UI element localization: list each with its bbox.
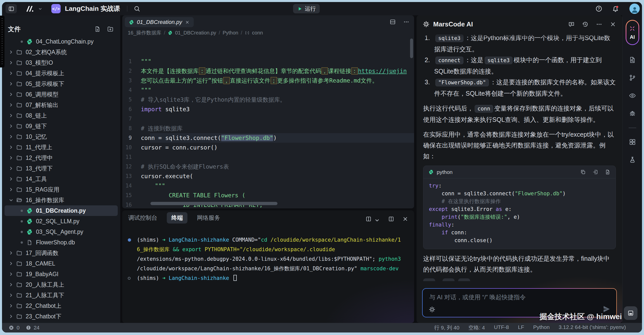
close-panel-icon[interactable] (402, 216, 409, 222)
code-line: 9conn = sqlite3.connect("FlowerShop.db") (122, 133, 414, 143)
terminal-tab[interactable]: 网络服务 (197, 214, 220, 222)
new-folder-icon[interactable] (107, 26, 114, 32)
tree-item[interactable]: 09_链下 (2, 121, 120, 131)
tree-item[interactable]: 12_代理中 (2, 153, 120, 163)
thumbs-up-button[interactable] (442, 278, 455, 281)
status-item[interactable]: 空格: 4 (468, 324, 485, 331)
project-title[interactable]: LangChain 实战课 (65, 2, 120, 15)
toggle-panel-button[interactable] (624, 306, 637, 320)
close-panel-icon[interactable] (610, 21, 616, 28)
regenerate-button[interactable] (423, 278, 435, 281)
maximize-panel-icon[interactable] (388, 216, 394, 222)
chevron-right-icon (8, 102, 14, 108)
tree-item[interactable]: 16_操作数据库 (2, 195, 120, 205)
tree-item[interactable]: 14_工具 (2, 174, 120, 184)
split-terminal-icon[interactable] (365, 216, 372, 222)
copy-code-icon[interactable] (580, 169, 586, 175)
tests-icon[interactable] (629, 156, 636, 164)
editor-tab[interactable]: 01_DBCreation.py (125, 17, 194, 27)
close-tab-icon[interactable] (185, 20, 190, 25)
tree-item[interactable]: 06_调用模型 (2, 89, 120, 100)
more-actions-icon[interactable] (403, 19, 410, 25)
chevron-right-icon (8, 292, 14, 298)
code-editor[interactable]: 1"""2本文件是【连接数据库：通过链和代理查询鲜花信息】章节的配套代码，课程链… (122, 37, 414, 208)
extensions-icon[interactable] (629, 138, 636, 146)
tree-item[interactable]: 18_CAMEL (2, 258, 120, 269)
tree-item[interactable]: 19_BabyAGI (2, 269, 120, 279)
tree-item[interactable]: 15_RAG应用 (2, 184, 120, 195)
tree-item[interactable]: 05_提示模板下 (2, 79, 120, 89)
inline-code: sqlite3 (485, 57, 513, 64)
status-item[interactable]: LF (518, 324, 524, 331)
new-file-icon[interactable] (605, 169, 611, 175)
marscode-logo-icon[interactable] (25, 4, 35, 13)
tree-item[interactable]: 03_SQL_Agent.py (2, 227, 120, 237)
search-icon[interactable] (133, 5, 141, 12)
tree-item[interactable]: 04_ChatLongChain.py (2, 36, 120, 47)
editor-vertical-scrollbar[interactable] (410, 39, 413, 58)
avatar[interactable] (629, 4, 640, 14)
new-file-icon[interactable] (94, 26, 101, 32)
tree-item[interactable]: 02_SQL_LLM.py (2, 216, 120, 227)
breadcrumb-item[interactable]: 16_操作数据库 (128, 29, 161, 36)
ai-assistant-badge[interactable]: AI (626, 20, 639, 45)
tree-item[interactable]: 21_人脉工具下 (2, 290, 120, 301)
insert-code-icon[interactable] (592, 169, 598, 175)
chevron-right-icon (8, 49, 14, 55)
breadcrumb[interactable]: 16_操作数据库/01_DBCreation.py/Python/conn (122, 28, 414, 37)
tree-item[interactable]: 08_链上 (2, 110, 120, 121)
chevron-down-icon[interactable] (116, 6, 121, 11)
breadcrumb-item[interactable]: Python (223, 30, 238, 36)
terminal-output[interactable]: (shims) ➜ LangChain-shizhanke COMMAND="c… (122, 225, 414, 283)
tree-item[interactable]: 22_Chatbot上 (2, 301, 120, 311)
line-number: 11 (122, 152, 141, 162)
error-count[interactable]: 0 (17, 325, 20, 331)
code-line: 8# 连接到数据库 (122, 124, 414, 133)
warnings-icon[interactable] (26, 325, 31, 330)
breadcrumb-item[interactable]: 01_DBCreation.py (175, 30, 216, 36)
debug-icon[interactable] (629, 110, 636, 117)
folder-icon (16, 91, 22, 98)
thumbs-down-button[interactable] (458, 278, 470, 281)
status-item[interactable]: 行 9, 列 40 (434, 324, 459, 331)
tree-item[interactable]: 03_模型IO (2, 57, 120, 68)
notifications-icon[interactable] (612, 5, 619, 13)
split-editor-icon[interactable] (389, 19, 396, 25)
tree-item[interactable]: 10_记忆 (2, 131, 120, 142)
tree-item[interactable]: 11_代理上 (2, 142, 120, 153)
source-control-icon[interactable] (629, 74, 636, 82)
tree-item-label: 15_RAG应用 (26, 186, 59, 194)
tree-item[interactable]: 20_人脉工具上 (2, 279, 120, 290)
status-item[interactable]: UTF-8 (494, 324, 509, 331)
prompt-sparkle-icon[interactable] (429, 306, 435, 313)
play-icon (297, 6, 303, 12)
help-icon[interactable]: ? (595, 5, 602, 12)
editor-horizontal-scrollbar[interactable] (150, 202, 277, 205)
tree-item[interactable]: 02_文档QA系统 (2, 47, 120, 57)
modified-dot-icon (21, 241, 23, 244)
explorer-title: 文件 (8, 25, 21, 33)
more-actions-icon[interactable] (596, 21, 602, 28)
tree-item[interactable]: 01_DBCreation.py (5, 205, 118, 216)
run-button[interactable]: 运行 (293, 4, 320, 13)
file-search-icon[interactable] (629, 56, 636, 64)
chevron-down-icon[interactable] (38, 6, 43, 11)
errors-icon[interactable] (9, 325, 14, 330)
terminal-tab[interactable]: 终端 (167, 212, 187, 224)
terminal-tab[interactable]: 调试控制台 (128, 214, 157, 222)
toggle-sidebar-button[interactable] (6, 4, 17, 13)
history-icon[interactable] (582, 21, 589, 28)
tree-item[interactable]: FlowerShop.db (2, 237, 120, 248)
warning-count[interactable]: 24 (34, 325, 39, 331)
status-item[interactable]: 3.12.2 64-bit ('shims': pyenv) (559, 324, 626, 331)
breadcrumb-item[interactable]: conn (252, 30, 263, 36)
code-review-icon[interactable] (629, 92, 636, 99)
tree-item[interactable]: 17_回调函数 (2, 248, 120, 258)
tree-item[interactable]: 13_代理下 (2, 163, 120, 174)
tree-item[interactable]: 23_Chatbot下 (2, 311, 120, 322)
chevron-down-icon[interactable] (374, 217, 380, 224)
status-item[interactable]: Python (533, 324, 549, 331)
tree-item[interactable]: 07_解析输出 (2, 100, 120, 110)
new-chat-icon[interactable] (568, 21, 575, 28)
tree-item[interactable]: 04_提示模板上 (2, 68, 120, 79)
